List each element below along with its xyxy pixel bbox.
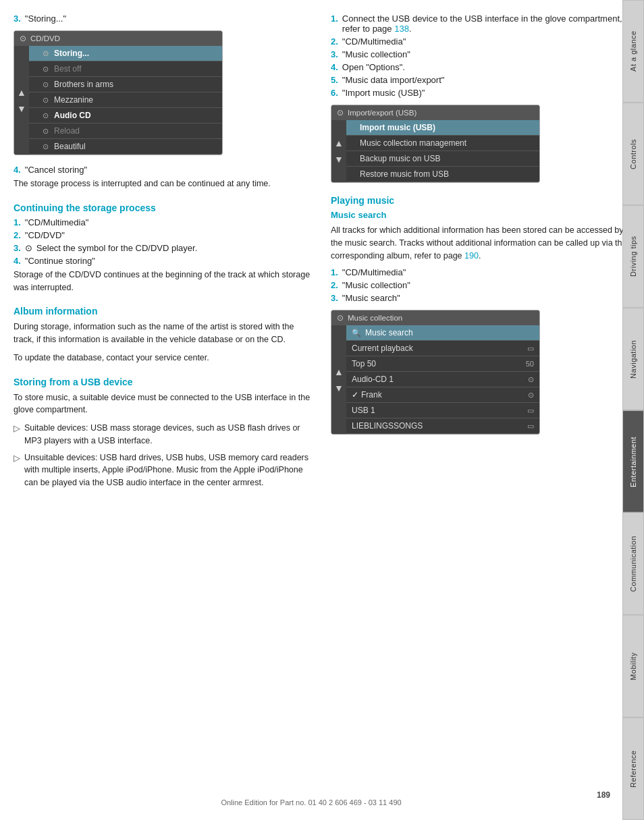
mc-music-search-label: Music search (365, 328, 534, 337)
sidebar-tab-controls[interactable]: Controls (622, 103, 644, 205)
ms-step2-text: "Music collection" (342, 280, 410, 290)
frank-check: ✓ (352, 390, 358, 400)
right-step6-text: "Import music (USB)" (342, 88, 425, 98)
right-step1-num: 1. (331, 13, 338, 34)
mezzanine-icon: ⊙ (43, 96, 49, 105)
beautiful-label: Beautiful (54, 142, 86, 151)
album-body1: During storage, information such as the … (14, 321, 311, 346)
step3-num: 3. (14, 13, 21, 24)
right-step4: 4. Open "Options". (331, 62, 635, 72)
mc-top50-label: Top 50 (352, 359, 526, 368)
mc-row-audiocd1[interactable]: Audio-CD 1 ⊙ (346, 372, 539, 387)
sidebar-tabs: At a glance Controls Driving tips Naviga… (622, 0, 644, 820)
storing-usb-heading: Storing from a USB device (14, 377, 311, 387)
storing-usb-body: To store music, a suitable device must b… (14, 391, 311, 417)
cd-dvd-item-audiocd[interactable]: ⊙ Audio CD (29, 108, 222, 124)
step3-item: 3. "Storing..." (14, 13, 311, 24)
mc-row-music-search[interactable]: 🔍 Music search (346, 325, 539, 341)
music-search-icon: 🔍 (352, 329, 361, 337)
mc-row-usb1[interactable]: USB 1 ▭ (346, 403, 539, 418)
cd-dvd-item-beautiful[interactable]: ⊙ Beautiful (29, 139, 222, 155)
mc-current-playback-label: Current playback (352, 344, 527, 353)
cd-dvd-titlebar: ⊙ CD/DVD (14, 31, 222, 46)
music-search-body: All tracks for which additional informat… (331, 224, 635, 262)
music-collection-screen: ⊙ Music collection ▲ ▼ 🔍 Music search (331, 310, 540, 435)
cd-dvd-item-brothers[interactable]: ⊙ Brothers in arms (29, 77, 222, 92)
arrow-up-icon: ▲ (17, 87, 26, 98)
import-item-backup[interactable]: Backup music on USB (346, 151, 539, 167)
mc-usb1-label: USB 1 (352, 406, 527, 415)
import-arrow-up: ▲ (334, 138, 344, 148)
import-export-arrows: ▲ ▼ (331, 120, 346, 182)
import-item-import-music[interactable]: Import music (USB) (346, 120, 539, 136)
storing-label: Storing... (54, 49, 89, 58)
page-ref-138[interactable]: 138 (394, 24, 409, 34)
cont-step1-num: 1. (14, 217, 21, 227)
cd-dvd-item-reload[interactable]: ⊙ Reload (29, 124, 222, 139)
mezzanine-label: Mezzanine (54, 95, 93, 105)
import-export-items: Import music (USB) Music collection mana… (346, 120, 539, 182)
mc-row-frank[interactable]: ✓ Frank ⊙ (346, 387, 539, 403)
cd-dvd-content: ▲ ▼ ⊙ Storing... ⊙ Best off ⊙ (14, 46, 222, 155)
audiocd-icon: ⊙ (43, 111, 49, 120)
page-ref-190[interactable]: 190 (464, 251, 479, 261)
mc-row-top50[interactable]: Top 50 50 (346, 356, 539, 372)
cont-step4-num: 4. (14, 256, 21, 266)
mc-arrow-down: ▼ (334, 383, 344, 393)
mc-audiocd1-label: Audio-CD 1 (352, 375, 528, 384)
mc-row-lieblingssongs[interactable]: LIEBLINGSSONGS ▭ (346, 418, 539, 434)
sidebar-tab-driving-tips[interactable]: Driving tips (622, 205, 644, 308)
step4-num: 4. (14, 165, 21, 175)
mc-frank-label: Frank (361, 390, 528, 400)
reload-label: Reload (54, 126, 80, 136)
usb-bullet-1-text: Suitable devices: USB mass storage devic… (24, 422, 311, 447)
cd-dvd-screen: ⊙ CD/DVD ▲ ▼ ⊙ Storing... ⊙ (14, 30, 223, 155)
sidebar-tab-reference[interactable]: Reference (622, 717, 644, 820)
sidebar-tab-communication[interactable]: Communication (622, 512, 644, 615)
cont-step3-num: 3. (14, 243, 21, 253)
cd-dvd-arrows: ▲ ▼ (14, 46, 29, 155)
right-column: 1. Connect the USB device to the USB int… (324, 13, 635, 793)
mc-arrow-up: ▲ (334, 366, 344, 377)
ms-step3-text: "Music search" (342, 293, 400, 303)
mc-row-current-playback[interactable]: Current playback ▭ (346, 341, 539, 356)
audiocd-label: Audio CD (54, 111, 91, 120)
import-arrow-down: ▼ (334, 154, 344, 165)
brothers-label: Brothers in arms (54, 80, 113, 89)
playing-music-heading: Playing music (331, 195, 635, 206)
mc-lieblingssongs-icon: ▭ (527, 422, 534, 431)
brothers-icon: ⊙ (43, 80, 49, 89)
right-step1-text: Connect the USB device to the USB interf… (342, 13, 635, 34)
cont-step2-num: 2. (14, 230, 21, 240)
import-item-collection-mgmt[interactable]: Music collection management (346, 136, 539, 151)
bestoff-icon: ⊙ (43, 65, 49, 74)
cd-dvd-item-storing[interactable]: ⊙ Storing... (29, 46, 222, 61)
music-collection-titlebar: ⊙ Music collection (331, 310, 539, 325)
step4-text: "Cancel storing" (25, 165, 87, 175)
import-music-label: Import music (USB) (360, 123, 435, 132)
ms-step1-num: 1. (331, 267, 338, 277)
sidebar-tab-entertainment[interactable]: Entertainment (622, 410, 644, 513)
sidebar-tab-navigation[interactable]: Navigation (622, 308, 644, 410)
cancel-text: The storage process is interrupted and c… (14, 177, 311, 190)
right-step2: 2. "CD/Multimedia" (331, 36, 635, 47)
import-item-restore[interactable]: Restore music from USB (346, 167, 539, 182)
ms-step1: 1. "CD/Multimedia" (331, 267, 635, 277)
right-step5: 5. "Music data import/export" (331, 75, 635, 85)
ms-step3: 3. "Music search" (331, 293, 635, 303)
ms-step2: 2. "Music collection" (331, 280, 635, 290)
right-step3-text: "Music collection" (342, 49, 410, 59)
cd-dvd-items: ⊙ Storing... ⊙ Best off ⊙ Brothers in ar… (29, 46, 222, 155)
cd-dvd-item-mezzanine[interactable]: ⊙ Mezzanine (29, 92, 222, 108)
right-step6-num: 6. (331, 88, 338, 98)
mc-top50-value: 50 (526, 360, 534, 368)
right-step4-text: Open "Options". (342, 62, 405, 72)
sidebar-tab-at-a-glance[interactable]: At a glance (622, 0, 644, 103)
music-collection-icon: ⊙ (337, 313, 344, 323)
album-body2: To update the database, contact your ser… (14, 352, 311, 364)
usb-bullet-1: ▷ Suitable devices: USB mass storage dev… (14, 422, 311, 447)
cd-dvd-item-bestoff[interactable]: ⊙ Best off (29, 61, 222, 77)
collection-mgmt-label: Music collection management (360, 138, 466, 148)
sidebar-tab-mobility[interactable]: Mobility (622, 615, 644, 717)
mc-items: 🔍 Music search Current playback ▭ Top 50… (346, 325, 539, 434)
